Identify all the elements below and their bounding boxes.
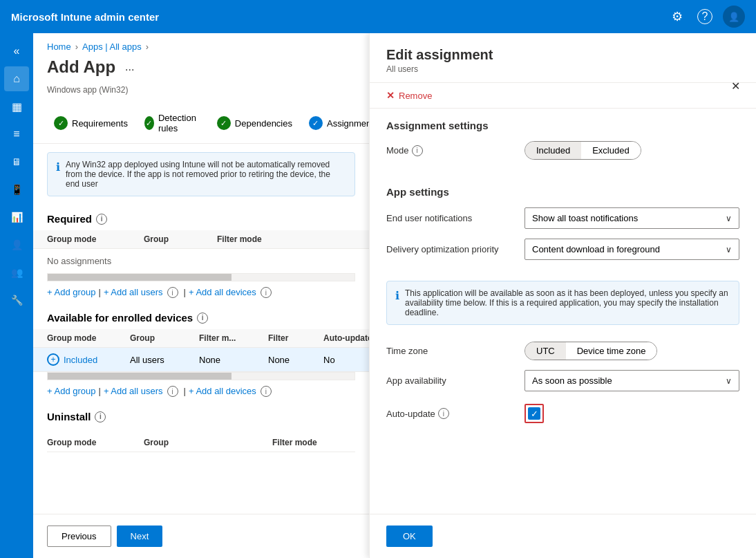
auto-update-label-text: Auto-update: [386, 409, 435, 419]
availability-section: Time zone UTC Device time zone App avail…: [370, 331, 756, 441]
mode-info-icon[interactable]: i: [412, 145, 423, 156]
panel-info-banner: ℹ This application will be available as …: [386, 281, 739, 325]
uninstall-col-group: Group: [144, 438, 272, 447]
breadcrumb-sep1: ›: [75, 41, 78, 52]
sidebar-item-groups[interactable]: 👥: [4, 260, 29, 285]
app-availability-dropdown[interactable]: As soon as possible ∨: [525, 370, 739, 391]
panel-info-text: This application will be available as so…: [405, 288, 730, 317]
dropdown-arrow-availability: ∨: [726, 376, 732, 386]
step-check-detection: ✓: [144, 116, 154, 130]
step-check-assignments: ✓: [309, 116, 323, 130]
ok-button[interactable]: OK: [386, 526, 433, 547]
available-label: Available for enrolled devices: [47, 312, 193, 324]
steps-bar: ✓ Requirements ✓ Detection rules ✓: [33, 103, 369, 144]
auto-update-checkbox[interactable]: ✓: [528, 407, 540, 420]
sidebar-item-users[interactable]: 👤: [4, 232, 29, 257]
available-users-info[interactable]: i: [167, 386, 178, 397]
sidebar-item-dashboard[interactable]: ▦: [4, 94, 29, 119]
avail-col-groupmode: Group mode: [47, 333, 130, 343]
panel-header-text: Edit assignment All users: [386, 47, 493, 74]
sidebar-item-list[interactable]: ≡: [4, 122, 29, 147]
assignment-settings-title: Assignment settings: [386, 120, 739, 131]
req-sep1: |: [98, 287, 100, 298]
ellipsis-button[interactable]: ...: [122, 58, 137, 76]
help-icon-btn[interactable]: ?: [695, 7, 715, 26]
topbar: Microsoft Intune admin center ⚙ ? 👤: [0, 0, 756, 33]
required-add-group[interactable]: + Add group: [47, 287, 95, 298]
avail-col-autoupdate: Auto-update: [323, 333, 369, 343]
panel-footer: OK: [370, 514, 756, 558]
row-autoupdate: No: [323, 355, 369, 365]
required-users-info[interactable]: i: [167, 287, 178, 298]
available-scrollbar[interactable]: [47, 372, 355, 380]
settings-icon: ⚙: [672, 9, 683, 24]
available-devices-info[interactable]: i: [261, 386, 272, 397]
breadcrumb-home[interactable]: Home: [47, 41, 71, 52]
check-icon-det: ✓: [146, 119, 152, 128]
available-add-users[interactable]: + Add all users: [104, 386, 163, 397]
end-user-notifications-value: Show all toast notifications: [532, 213, 638, 223]
list-icon: ≡: [13, 128, 19, 140]
mode-toggle-group: Included Excluded: [525, 141, 641, 160]
sidebar-item-home[interactable]: ⌂: [4, 66, 29, 91]
available-row[interactable]: + Included All users None None No: [33, 348, 369, 372]
next-button[interactable]: Next: [117, 526, 163, 547]
page-title: Add App: [47, 57, 115, 77]
auto-update-info-icon[interactable]: i: [438, 408, 449, 419]
expand-icon: «: [14, 45, 20, 57]
timezone-utc-btn[interactable]: UTC: [525, 342, 566, 360]
required-scrollbar[interactable]: [47, 273, 355, 281]
required-add-devices[interactable]: + Add all devices: [189, 287, 256, 298]
available-scroll-thumb: [48, 373, 231, 380]
mode-field-row: Mode i Included Excluded: [386, 141, 739, 160]
avail-col-filtermatch: Filter m...: [199, 333, 268, 343]
req-col-groupmode: Group mode: [47, 234, 144, 244]
uninstall-section-title: Uninstall i: [33, 402, 369, 428]
panel-close-button[interactable]: ✕: [726, 76, 745, 95]
remove-x-icon: ✕: [386, 90, 395, 101]
sidebar-item-reports[interactable]: 📊: [4, 205, 29, 230]
avatar[interactable]: 👤: [723, 6, 745, 28]
available-info-icon[interactable]: i: [197, 313, 208, 324]
sidebar-expand[interactable]: «: [4, 39, 29, 64]
plus-icon: +: [47, 353, 59, 366]
sidebar-item-apps[interactable]: 📱: [4, 177, 29, 202]
panel-remove[interactable]: ✕ Remove: [370, 83, 756, 109]
app-availability-value: As soon as possible: [532, 375, 612, 386]
uninstall-info-icon[interactable]: i: [95, 411, 106, 422]
required-add-links: + Add group | + Add all users i | + Add …: [33, 281, 369, 304]
main-layout: « ⌂ ▦ ≡ 🖥 📱 📊 👤 👥: [0, 33, 756, 558]
close-icon: ✕: [731, 80, 740, 93]
required-add-users[interactable]: + Add all users: [104, 287, 163, 298]
avail-col-filter: Filter: [268, 333, 323, 343]
sidebar-item-admin[interactable]: 🔧: [4, 288, 29, 313]
no-assignments-required: No assignments: [33, 249, 369, 273]
check-icon-req: ✓: [58, 119, 64, 128]
previous-button[interactable]: Previous: [47, 526, 111, 547]
auto-update-checkbox-wrapper[interactable]: ✓: [525, 404, 544, 423]
groups-icon: 👥: [11, 267, 23, 278]
end-user-notifications-dropdown[interactable]: Show all toast notifications ∨: [525, 207, 739, 229]
delivery-optimization-dropdown[interactable]: Content download in foreground ∨: [525, 239, 739, 260]
mode-included-btn[interactable]: Included: [525, 142, 581, 159]
admin-icon: 🔧: [11, 295, 23, 306]
available-add-group[interactable]: + Add group: [47, 386, 95, 397]
required-info-icon[interactable]: i: [96, 214, 107, 225]
help-icon: ?: [697, 9, 712, 24]
step-detection: ✓ Detection rules: [138, 109, 207, 138]
required-devices-info[interactable]: i: [261, 287, 272, 298]
avail-sep1: |: [98, 386, 100, 397]
app-availability-label: App availability: [386, 375, 525, 386]
mode-excluded-btn[interactable]: Excluded: [581, 142, 640, 159]
panel-title: Edit assignment: [386, 47, 493, 63]
dropdown-arrow-delivery: ∨: [726, 245, 732, 254]
assignment-settings-section: Assignment settings Mode i Included Excl…: [370, 109, 756, 175]
settings-icon-btn[interactable]: ⚙: [668, 7, 687, 26]
timezone-device-btn[interactable]: Device time zone: [566, 342, 657, 360]
page-header: Add App ...: [33, 55, 369, 85]
req-sep2: |: [184, 287, 186, 298]
step-check-dependencies: ✓: [217, 116, 231, 130]
sidebar-item-devices[interactable]: 🖥: [4, 149, 29, 174]
available-add-devices[interactable]: + Add all devices: [189, 386, 256, 397]
breadcrumb-apps[interactable]: Apps | All apps: [82, 41, 142, 52]
